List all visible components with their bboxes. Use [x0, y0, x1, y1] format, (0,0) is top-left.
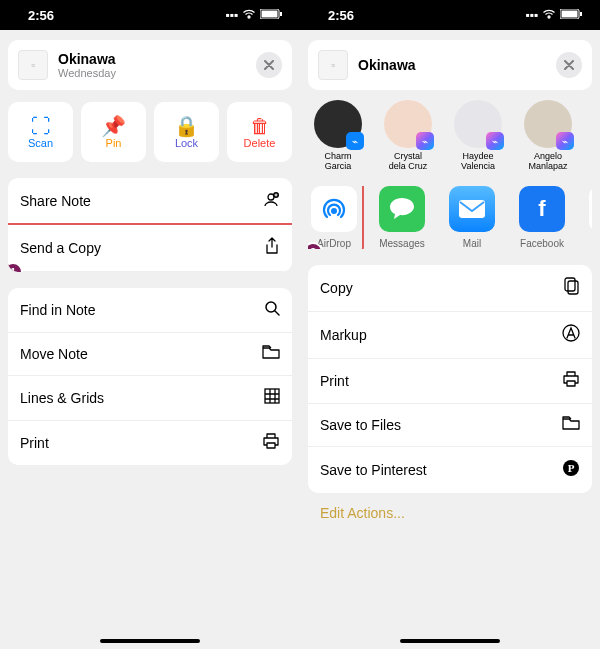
svg-rect-6 [265, 389, 279, 403]
lines-grids-row[interactable]: Lines & Grids [8, 376, 292, 421]
signal-icon: ▪▪▪ [525, 8, 538, 22]
trash-icon: 🗑 [250, 115, 270, 137]
pinterest-icon: P [562, 459, 580, 481]
svg-point-10 [331, 208, 337, 214]
airdrop-people-row: ⌁ CharmGarcia ⌁ Crystaldela Cruz ⌁ Hayde… [308, 100, 592, 172]
note-header: ≡ Okinawa [308, 40, 592, 90]
messages-icon [379, 186, 425, 232]
messenger-badge-icon: ⌁ [556, 132, 574, 150]
scan-button[interactable]: ⛶ Scan [8, 102, 73, 162]
facebook-button[interactable]: f Facebook [514, 186, 570, 249]
markup-icon [562, 324, 580, 346]
folder-icon [262, 345, 280, 363]
note-thumbnail-icon: ≡ [18, 50, 48, 80]
status-icons: ▪▪▪ [525, 8, 582, 22]
note-title: Okinawa [58, 51, 116, 67]
avatar: ⌁ [384, 100, 432, 148]
print-row[interactable]: Print [308, 359, 592, 404]
svg-rect-8 [562, 11, 578, 18]
avatar: ⌁ [314, 100, 362, 148]
note-thumbnail-icon: ≡ [318, 50, 348, 80]
battery-icon [260, 8, 282, 22]
airdrop-button[interactable]: AirDrop [308, 186, 362, 249]
share-apps-row: AirDrop Messages Mail f Facebook ⌁ Me 2 [308, 186, 592, 249]
mail-icon [449, 186, 495, 232]
print-row[interactable]: Print [8, 421, 292, 465]
avatar: ⌁ [524, 100, 572, 148]
close-button[interactable] [256, 52, 282, 78]
status-bar: 2:56 ▪▪▪ [300, 0, 600, 30]
signal-icon: ▪▪▪ [225, 8, 238, 22]
svg-text:P: P [568, 462, 575, 474]
menu-group-2: Find in Note Move Note Lines & Grids Pri… [8, 288, 292, 465]
share-icon [264, 237, 280, 259]
pin-icon: 📌 [101, 115, 126, 137]
status-icons: ▪▪▪ [225, 8, 282, 22]
contact-haydee[interactable]: ⌁ HaydeeValencia [448, 100, 508, 172]
contact-angelo[interactable]: ⌁ AngeloManlapaz [518, 100, 578, 172]
messenger-icon: ⌁ [589, 186, 592, 232]
messages-button[interactable]: Messages [374, 186, 430, 249]
lock-button[interactable]: 🔒 Lock [154, 102, 219, 162]
menu-group-1: Share Note Send a Copy 1 [8, 178, 292, 272]
wifi-icon [242, 8, 256, 22]
svg-rect-9 [580, 12, 582, 16]
person-add-icon [262, 190, 280, 212]
right-screenshot: 2:56 ▪▪▪ ≡ Okinawa ⌁ CharmGarcia ⌁ Cryst… [300, 0, 600, 649]
markup-row[interactable]: Markup [308, 312, 592, 359]
lock-icon: 🔒 [174, 115, 199, 137]
share-note-row[interactable]: Share Note [8, 178, 292, 225]
close-button[interactable] [556, 52, 582, 78]
note-date: Wednesday [58, 67, 116, 79]
battery-icon [560, 8, 582, 22]
print-icon [262, 433, 280, 453]
save-to-pinterest-row[interactable]: Save to Pinterest P [308, 447, 592, 493]
copy-row[interactable]: Copy [308, 265, 592, 312]
move-note-row[interactable]: Move Note [8, 333, 292, 376]
svg-rect-2 [280, 12, 282, 16]
facebook-icon: f [519, 186, 565, 232]
edit-actions-link[interactable]: Edit Actions... [320, 505, 580, 521]
status-bar: 2:56 ▪▪▪ [0, 0, 300, 30]
scan-icon: ⛶ [31, 115, 51, 137]
grid-icon [264, 388, 280, 408]
left-screenshot: 2:56 ▪▪▪ ≡ Okinawa Wednesday ⛶ Scan 📌 Pi… [0, 0, 300, 649]
messenger-badge-icon: ⌁ [416, 132, 434, 150]
search-icon [264, 300, 280, 320]
contact-more[interactable] [588, 100, 592, 172]
svg-rect-12 [568, 281, 578, 294]
save-to-files-row[interactable]: Save to Files [308, 404, 592, 447]
print-icon [562, 371, 580, 391]
svg-rect-13 [565, 278, 575, 291]
messenger-button[interactable]: ⌁ Me [584, 186, 592, 249]
copy-icon [564, 277, 580, 299]
svg-rect-11 [459, 200, 485, 218]
airdrop-icon [311, 186, 357, 232]
messenger-badge-icon: ⌁ [486, 132, 504, 150]
contact-charm[interactable]: ⌁ CharmGarcia [308, 100, 368, 172]
pin-button[interactable]: 📌 Pin [81, 102, 146, 162]
status-time: 2:56 [28, 8, 54, 23]
messenger-badge-icon: ⌁ [346, 132, 364, 150]
svg-rect-1 [262, 11, 278, 18]
home-indicator[interactable] [400, 639, 500, 643]
delete-button[interactable]: 🗑 Delete [227, 102, 292, 162]
send-copy-row[interactable]: Send a Copy [8, 225, 292, 272]
contact-crystal[interactable]: ⌁ Crystaldela Cruz [378, 100, 438, 172]
quick-actions: ⛶ Scan 📌 Pin 🔒 Lock 🗑 Delete [8, 102, 292, 162]
mail-button[interactable]: Mail [444, 186, 500, 249]
actions-group: Copy Markup Print Save to Files Save to … [308, 265, 592, 493]
note-title: Okinawa [358, 57, 416, 73]
wifi-icon [542, 8, 556, 22]
status-time: 2:56 [328, 8, 354, 23]
avatar: ⌁ [454, 100, 502, 148]
find-in-note-row[interactable]: Find in Note [8, 288, 292, 333]
note-header: ≡ Okinawa Wednesday [8, 40, 292, 90]
folder-icon [562, 416, 580, 434]
home-indicator[interactable] [100, 639, 200, 643]
